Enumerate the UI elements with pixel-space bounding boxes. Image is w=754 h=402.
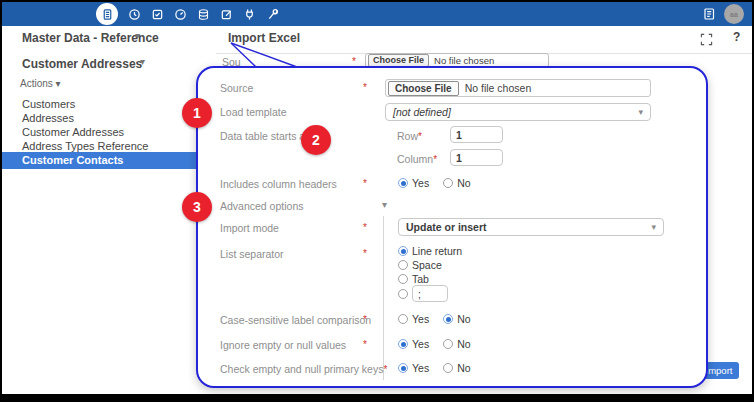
radio-yes-label: Yes — [412, 362, 429, 374]
list-separator-label: List separator — [220, 248, 284, 260]
help-button[interactable]: ? — [733, 30, 740, 44]
radio-tab[interactable] — [398, 274, 408, 284]
case-sensitive-radios: Yes No — [398, 313, 471, 325]
list-separator-option-line-return: Line return — [398, 245, 462, 257]
radio-yes[interactable] — [398, 363, 408, 373]
annotation-badge-3: 3 — [182, 192, 212, 222]
chevron-down-icon — [651, 222, 656, 232]
radio-space-label: Space — [412, 259, 442, 271]
sidebar-item-address-types-reference[interactable]: Address Types Reference — [22, 140, 148, 152]
advanced-section-indent-line — [383, 216, 384, 380]
sidebar-item-customers[interactable]: Customers — [22, 98, 75, 110]
radio-no-label: No — [457, 362, 470, 374]
file-status: No file chosen — [465, 82, 532, 94]
avatar[interactable]: aa — [724, 4, 744, 24]
radio-yes-label: Yes — [412, 177, 429, 189]
required-marker: * — [363, 248, 367, 259]
clock-icon[interactable] — [127, 7, 141, 21]
topbar: aa — [2, 2, 752, 26]
required-marker: * — [363, 222, 367, 233]
radio-no-label: No — [457, 177, 470, 189]
radio-no[interactable] — [443, 339, 453, 349]
load-template-select[interactable]: [not defined] — [385, 103, 651, 121]
radio-no[interactable] — [443, 314, 453, 324]
list-separator-option-custom — [398, 289, 408, 299]
data-table-starts-at-label: Data table starts at — [220, 130, 308, 142]
required-marker: * — [363, 339, 367, 350]
bg-file-status: No file chosen — [434, 55, 494, 66]
case-sensitive-label: Case-sensitive label comparison — [220, 314, 371, 326]
chevron-down-icon[interactable] — [135, 30, 140, 41]
annotation-badge-1: 1 — [182, 98, 212, 128]
nav-tab-active[interactable] — [96, 3, 118, 25]
ignore-empty-label: Ignore empty or null values — [220, 339, 346, 351]
required-marker: * — [363, 82, 367, 93]
column-label: Column* — [397, 153, 437, 165]
radio-yes[interactable] — [398, 314, 408, 324]
load-template-label: Load template — [220, 106, 287, 118]
fullscreen-icon[interactable] — [700, 32, 713, 50]
check-empty-keys-radios: Yes No — [398, 362, 471, 374]
sidebar-section-title[interactable]: Customer Addresses — [22, 57, 142, 71]
radio-no[interactable] — [443, 363, 453, 373]
chevron-down-icon — [638, 107, 643, 117]
includes-column-headers-label: Includes column headers — [220, 178, 337, 190]
radio-custom-separator[interactable] — [398, 289, 408, 299]
radio-no-label: No — [457, 338, 470, 350]
radio-tab-label: Tab — [412, 273, 429, 285]
check-square-icon[interactable] — [150, 7, 164, 21]
column-input[interactable] — [450, 149, 503, 166]
required-marker: * — [363, 178, 367, 189]
source-label: Source — [220, 82, 253, 94]
app-window: aa Master Data - Reference Import Excel … — [2, 2, 752, 394]
chevron-down-icon[interactable] — [382, 199, 387, 210]
form-list-icon[interactable] — [702, 7, 716, 21]
includes-column-headers-radios: Yes No — [398, 177, 471, 189]
database-icon[interactable] — [196, 7, 210, 21]
edit-square-icon[interactable] — [219, 7, 233, 21]
radio-yes[interactable] — [398, 339, 408, 349]
row-input[interactable] — [450, 126, 503, 143]
import-mode-value: Update or insert — [406, 221, 487, 233]
gauge-icon[interactable] — [173, 7, 187, 21]
screenshot-frame: aa Master Data - Reference Import Excel … — [0, 0, 754, 402]
import-mode-select[interactable]: Update or insert — [398, 218, 664, 236]
sidebar-item-customer-contacts-selected[interactable]: Customer Contacts — [2, 152, 216, 169]
plug-icon[interactable] — [242, 7, 256, 21]
ignore-empty-radios: Yes No — [398, 338, 471, 350]
page-title: Import Excel — [228, 31, 300, 45]
wrench-icon[interactable] — [265, 7, 279, 21]
list-separator-option-tab: Tab — [398, 273, 429, 285]
row-label: Row* — [397, 130, 422, 142]
import-options-callout: Source * Choose File No file chosen Load… — [196, 66, 708, 388]
check-empty-keys-label: Check empty and null primary keys* — [220, 363, 387, 375]
radio-no-label: No — [457, 313, 470, 325]
required-marker: * — [363, 314, 367, 325]
load-template-value: [not defined] — [393, 106, 451, 118]
radio-no[interactable] — [443, 178, 453, 188]
import-mode-label: Import mode — [220, 222, 279, 234]
sidebar-item-addresses[interactable]: Addresses — [22, 112, 74, 124]
actions-menu[interactable]: Actions — [20, 78, 61, 89]
annotation-badge-2: 2 — [301, 125, 331, 155]
radio-yes[interactable] — [398, 178, 408, 188]
chevron-down-icon[interactable] — [140, 56, 145, 67]
list-separator-option-space: Space — [398, 259, 442, 271]
radio-line-return-label: Line return — [412, 245, 462, 257]
sidebar-item-customer-addresses[interactable]: Customer Addresses — [22, 126, 124, 138]
document-icon — [101, 8, 114, 21]
radio-yes-label: Yes — [412, 338, 429, 350]
radio-line-return[interactable] — [398, 246, 408, 256]
choose-file-button[interactable]: Choose File — [388, 81, 459, 96]
advanced-options-label[interactable]: Advanced options — [220, 200, 303, 212]
radio-yes-label: Yes — [412, 313, 429, 325]
radio-space[interactable] — [398, 260, 408, 270]
source-file-input[interactable]: Choose File No file chosen — [385, 79, 651, 97]
chevron-down-icon — [56, 78, 61, 89]
custom-separator-input[interactable] — [412, 285, 448, 302]
